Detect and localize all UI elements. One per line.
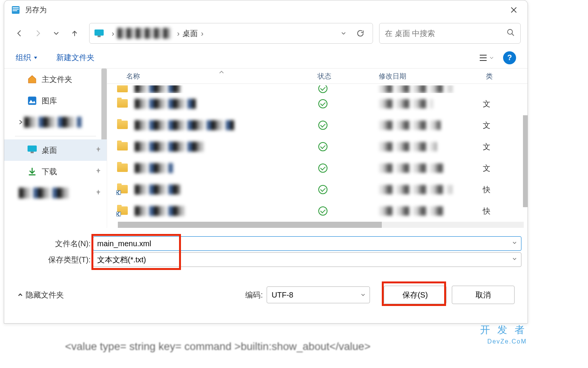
sidebar-item-label: 下载 xyxy=(42,167,57,177)
redacted-date xyxy=(380,164,445,173)
check-circle-icon xyxy=(318,185,327,194)
desktop-icon xyxy=(27,145,37,155)
type-cell: 文 xyxy=(483,163,490,173)
folder-icon xyxy=(117,142,128,151)
refresh-icon[interactable] xyxy=(352,25,369,42)
encoding-select[interactable]: UTF-8 xyxy=(267,286,370,303)
redacted-name xyxy=(135,185,181,195)
cancel-button[interactable]: 取消 xyxy=(452,286,515,304)
chevron-right-icon[interactable]: › xyxy=(198,29,207,38)
redacted-name xyxy=(135,142,204,152)
sidebar-desktop[interactable]: 桌面 xyxy=(4,139,107,161)
sidebar-item-label: 图库 xyxy=(42,96,57,106)
status-cell xyxy=(318,185,380,194)
breadcrumb-current[interactable]: 桌面 xyxy=(182,28,198,39)
savetype-value: 文本文档(*.txt) xyxy=(97,255,146,265)
toolbar: 组织 新建文件夹 ? xyxy=(4,47,528,69)
redacted-label xyxy=(19,188,68,198)
sidebar-home[interactable]: 主文件夹 xyxy=(4,69,107,90)
horizontal-scrollbar[interactable] xyxy=(118,222,524,228)
table-row[interactable] xyxy=(107,85,528,93)
filename-input[interactable] xyxy=(97,239,517,248)
file-list: 名称 状态 修改日期 类 文 xyxy=(107,69,528,228)
type-cell: 文 xyxy=(483,120,490,131)
redacted-date xyxy=(380,206,445,216)
hide-folders-toggle[interactable]: 隐藏文件夹 xyxy=(17,290,64,300)
chevron-right-icon[interactable]: › xyxy=(109,29,117,38)
chevron-down-icon[interactable] xyxy=(512,256,517,263)
status-cell xyxy=(318,164,380,173)
search-icon[interactable] xyxy=(507,28,515,38)
svg-rect-3 xyxy=(13,10,17,11)
vertical-scrollbar[interactable] xyxy=(523,115,528,207)
pin-icon[interactable] xyxy=(95,146,101,154)
svg-rect-7 xyxy=(28,96,36,105)
sidebar-gallery[interactable]: 图库 xyxy=(4,90,107,111)
address-dropdown[interactable] xyxy=(335,25,352,42)
footer: 隐藏文件夹 编码: UTF-8 保存(S) 取消 xyxy=(10,279,521,311)
sidebar-redacted[interactable] xyxy=(4,182,107,204)
redacted-name xyxy=(135,120,234,130)
view-mode-button[interactable] xyxy=(479,53,494,62)
sidebar-item-label: 主文件夹 xyxy=(42,74,72,85)
back-button[interactable] xyxy=(11,25,28,42)
savetype-label: 保存类型(T): xyxy=(10,255,93,265)
check-circle-icon xyxy=(318,121,327,130)
chevron-down-icon[interactable] xyxy=(360,291,366,299)
search-input[interactable] xyxy=(385,29,507,38)
type-cell: 快 xyxy=(483,206,490,216)
column-status[interactable]: 状态 xyxy=(318,72,379,81)
redacted-date xyxy=(380,121,441,130)
status-cell xyxy=(318,142,380,151)
column-date[interactable]: 修改日期 xyxy=(379,72,486,81)
savetype-select[interactable]: 文本文档(*.txt) xyxy=(93,252,521,267)
address-bar[interactable]: › › 桌面 › xyxy=(89,23,373,44)
shortcut-folder-icon xyxy=(117,185,128,194)
table-row[interactable]: 文 xyxy=(107,157,528,179)
pin-icon[interactable] xyxy=(95,189,101,197)
redacted-date xyxy=(380,99,433,108)
recent-dropdown[interactable] xyxy=(48,25,65,42)
pin-icon[interactable] xyxy=(95,168,101,175)
status-cell xyxy=(318,85,380,93)
save-button[interactable]: 保存(S) xyxy=(384,286,446,304)
chevron-right-icon[interactable]: › xyxy=(174,29,183,38)
sort-indicator-icon xyxy=(219,69,224,76)
sidebar-downloads[interactable]: 下载 xyxy=(4,161,107,182)
redacted-date xyxy=(380,142,437,151)
save-button-label: 保存(S) xyxy=(402,290,428,300)
redacted-date xyxy=(380,85,452,93)
folder-icon xyxy=(117,164,128,173)
status-cell xyxy=(318,206,380,216)
close-icon[interactable] xyxy=(507,3,521,17)
up-button[interactable] xyxy=(66,25,83,42)
notepad-icon xyxy=(11,5,20,15)
table-row[interactable]: 文 xyxy=(107,93,528,114)
column-type[interactable]: 类 xyxy=(486,72,528,81)
status-cell xyxy=(318,121,380,130)
home-icon xyxy=(27,74,37,84)
table-row[interactable]: 文 xyxy=(107,136,528,157)
search-box[interactable] xyxy=(379,23,521,44)
forward-button[interactable] xyxy=(29,25,46,42)
check-circle-icon xyxy=(318,99,327,108)
filename-panel: 文件名(N): 保存类型(T): 文本文档(*.txt) 隐藏文件夹 编码: xyxy=(4,228,528,311)
table-row[interactable]: 文 xyxy=(107,114,528,136)
svg-rect-2 xyxy=(13,9,19,10)
svg-rect-4 xyxy=(94,29,104,36)
help-button[interactable]: ? xyxy=(503,51,516,64)
check-circle-icon xyxy=(318,85,327,93)
separator xyxy=(15,136,96,136)
shortcut-folder-icon xyxy=(117,206,128,216)
organize-menu[interactable]: 组织 xyxy=(16,52,37,63)
background-code: <value type= string key= command >builti… xyxy=(65,340,371,353)
sidebar-redacted[interactable] xyxy=(4,111,107,133)
new-folder-button[interactable]: 新建文件夹 xyxy=(56,52,94,63)
cancel-button-label: 取消 xyxy=(476,290,491,300)
filename-input-wrapper[interactable] xyxy=(93,236,521,251)
table-row[interactable]: 快 xyxy=(107,200,528,222)
filename-label: 文件名(N): xyxy=(10,239,93,249)
chevron-down-icon[interactable] xyxy=(512,240,517,247)
dialog-title: 另存为 xyxy=(25,5,507,15)
table-row[interactable]: 快 xyxy=(107,179,528,200)
